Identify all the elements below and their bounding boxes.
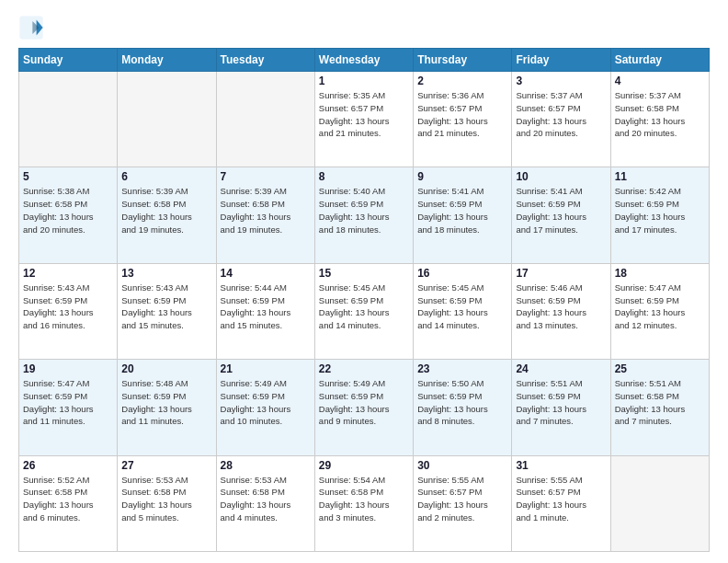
day-info: Sunrise: 5:46 AMSunset: 6:59 PMDaylight:… [516, 282, 606, 332]
weekday-header-saturday: Saturday [610, 49, 709, 72]
day-number: 15 [319, 267, 409, 280]
calendar-day-14: 14Sunrise: 5:44 AMSunset: 6:59 PMDayligh… [216, 263, 314, 359]
day-number: 16 [417, 267, 507, 280]
day-number: 19 [23, 362, 113, 375]
empty-cell [19, 72, 118, 167]
calendar-day-5: 5Sunrise: 5:38 AMSunset: 6:58 PMDaylight… [19, 167, 118, 263]
day-info: Sunrise: 5:37 AMSunset: 6:57 PMDaylight:… [516, 89, 606, 140]
day-info: Sunrise: 5:43 AMSunset: 6:59 PMDaylight:… [121, 282, 211, 332]
day-info: Sunrise: 5:53 AMSunset: 6:58 PMDaylight:… [121, 474, 211, 524]
day-number: 12 [23, 267, 113, 280]
day-number: 20 [121, 362, 211, 375]
calendar-day-4: 4Sunrise: 5:37 AMSunset: 6:58 PMDaylight… [610, 72, 709, 167]
day-number: 29 [319, 459, 409, 472]
calendar-day-17: 17Sunrise: 5:46 AMSunset: 6:59 PMDayligh… [512, 263, 610, 359]
day-number: 28 [221, 459, 311, 472]
calendar-day-29: 29Sunrise: 5:54 AMSunset: 6:58 PMDayligh… [314, 455, 413, 551]
calendar-day-8: 8Sunrise: 5:40 AMSunset: 6:59 PMDaylight… [314, 167, 413, 263]
day-info: Sunrise: 5:38 AMSunset: 6:58 PMDaylight:… [23, 185, 113, 236]
day-number: 13 [121, 267, 211, 280]
calendar-week-row: 12Sunrise: 5:43 AMSunset: 6:59 PMDayligh… [19, 263, 710, 359]
day-number: 2 [417, 75, 507, 87]
weekday-header-sunday: Sunday [19, 49, 118, 72]
day-number: 22 [319, 362, 409, 375]
calendar-day-11: 11Sunrise: 5:42 AMSunset: 6:59 PMDayligh… [610, 167, 709, 263]
calendar-day-30: 30Sunrise: 5:55 AMSunset: 6:57 PMDayligh… [414, 455, 512, 551]
empty-cell [118, 72, 216, 167]
empty-cell [610, 455, 709, 551]
calendar-day-23: 23Sunrise: 5:50 AMSunset: 6:59 PMDayligh… [414, 360, 512, 455]
weekday-header-row: SundayMondayTuesdayWednesdayThursdayFrid… [19, 49, 710, 72]
day-number: 25 [615, 362, 705, 375]
day-number: 10 [516, 170, 606, 183]
calendar-table: SundayMondayTuesdayWednesdayThursdayFrid… [18, 48, 710, 552]
day-number: 5 [23, 170, 113, 183]
calendar-day-15: 15Sunrise: 5:45 AMSunset: 6:59 PMDayligh… [314, 263, 413, 359]
day-info: Sunrise: 5:45 AMSunset: 6:59 PMDaylight:… [319, 282, 409, 332]
weekday-header-monday: Monday [118, 49, 216, 72]
calendar-day-7: 7Sunrise: 5:39 AMSunset: 6:58 PMDaylight… [216, 167, 314, 263]
day-info: Sunrise: 5:37 AMSunset: 6:58 PMDaylight:… [615, 89, 705, 140]
day-info: Sunrise: 5:52 AMSunset: 6:58 PMDaylight:… [23, 474, 113, 524]
calendar-day-13: 13Sunrise: 5:43 AMSunset: 6:59 PMDayligh… [118, 263, 216, 359]
page: SundayMondayTuesdayWednesdayThursdayFrid… [0, 0, 728, 563]
day-info: Sunrise: 5:41 AMSunset: 6:59 PMDaylight:… [516, 185, 606, 236]
calendar-week-row: 19Sunrise: 5:47 AMSunset: 6:59 PMDayligh… [19, 360, 710, 455]
day-number: 4 [615, 75, 705, 87]
calendar-day-19: 19Sunrise: 5:47 AMSunset: 6:59 PMDayligh… [19, 360, 118, 455]
calendar-day-18: 18Sunrise: 5:47 AMSunset: 6:59 PMDayligh… [610, 263, 709, 359]
logo [18, 15, 48, 40]
day-info: Sunrise: 5:55 AMSunset: 6:57 PMDaylight:… [516, 474, 606, 524]
calendar-day-25: 25Sunrise: 5:51 AMSunset: 6:58 PMDayligh… [610, 360, 709, 455]
calendar-day-24: 24Sunrise: 5:51 AMSunset: 6:59 PMDayligh… [512, 360, 610, 455]
calendar-day-6: 6Sunrise: 5:39 AMSunset: 6:58 PMDaylight… [118, 167, 216, 263]
day-number: 26 [23, 459, 113, 472]
calendar-day-21: 21Sunrise: 5:49 AMSunset: 6:59 PMDayligh… [216, 360, 314, 455]
day-number: 18 [615, 267, 705, 280]
day-info: Sunrise: 5:48 AMSunset: 6:59 PMDaylight:… [121, 377, 211, 428]
day-info: Sunrise: 5:54 AMSunset: 6:58 PMDaylight:… [319, 474, 409, 524]
day-info: Sunrise: 5:39 AMSunset: 6:58 PMDaylight:… [121, 185, 211, 236]
calendar-week-row: 26Sunrise: 5:52 AMSunset: 6:58 PMDayligh… [19, 455, 710, 551]
day-info: Sunrise: 5:49 AMSunset: 6:59 PMDaylight:… [221, 377, 311, 428]
calendar-day-1: 1Sunrise: 5:35 AMSunset: 6:57 PMDaylight… [314, 72, 413, 167]
day-number: 30 [417, 459, 507, 472]
weekday-header-tuesday: Tuesday [216, 49, 314, 72]
weekday-header-friday: Friday [512, 49, 610, 72]
day-number: 1 [319, 75, 409, 87]
empty-cell [216, 72, 314, 167]
calendar-day-9: 9Sunrise: 5:41 AMSunset: 6:59 PMDaylight… [414, 167, 512, 263]
calendar-day-20: 20Sunrise: 5:48 AMSunset: 6:59 PMDayligh… [118, 360, 216, 455]
calendar-day-31: 31Sunrise: 5:55 AMSunset: 6:57 PMDayligh… [512, 455, 610, 551]
day-number: 23 [417, 362, 507, 375]
day-info: Sunrise: 5:45 AMSunset: 6:59 PMDaylight:… [417, 282, 507, 332]
header [18, 15, 710, 40]
calendar-week-row: 1Sunrise: 5:35 AMSunset: 6:57 PMDaylight… [19, 72, 710, 167]
day-number: 7 [221, 170, 311, 183]
calendar-day-16: 16Sunrise: 5:45 AMSunset: 6:59 PMDayligh… [414, 263, 512, 359]
weekday-header-wednesday: Wednesday [314, 49, 413, 72]
day-info: Sunrise: 5:39 AMSunset: 6:58 PMDaylight:… [221, 185, 311, 236]
calendar-day-12: 12Sunrise: 5:43 AMSunset: 6:59 PMDayligh… [19, 263, 118, 359]
day-number: 3 [516, 75, 606, 87]
day-number: 31 [516, 459, 606, 472]
day-info: Sunrise: 5:35 AMSunset: 6:57 PMDaylight:… [319, 89, 409, 140]
day-info: Sunrise: 5:53 AMSunset: 6:58 PMDaylight:… [221, 474, 311, 524]
day-number: 8 [319, 170, 409, 183]
calendar-day-26: 26Sunrise: 5:52 AMSunset: 6:58 PMDayligh… [19, 455, 118, 551]
day-info: Sunrise: 5:50 AMSunset: 6:59 PMDaylight:… [417, 377, 507, 428]
calendar-day-3: 3Sunrise: 5:37 AMSunset: 6:57 PMDaylight… [512, 72, 610, 167]
day-number: 21 [221, 362, 311, 375]
day-number: 17 [516, 267, 606, 280]
calendar-day-10: 10Sunrise: 5:41 AMSunset: 6:59 PMDayligh… [512, 167, 610, 263]
day-info: Sunrise: 5:41 AMSunset: 6:59 PMDaylight:… [417, 185, 507, 236]
day-info: Sunrise: 5:49 AMSunset: 6:59 PMDaylight:… [319, 377, 409, 428]
day-info: Sunrise: 5:42 AMSunset: 6:59 PMDaylight:… [615, 185, 705, 236]
logo-icon [18, 15, 44, 40]
day-info: Sunrise: 5:51 AMSunset: 6:58 PMDaylight:… [615, 377, 705, 428]
calendar-day-27: 27Sunrise: 5:53 AMSunset: 6:58 PMDayligh… [118, 455, 216, 551]
day-info: Sunrise: 5:44 AMSunset: 6:59 PMDaylight:… [221, 282, 311, 332]
day-info: Sunrise: 5:47 AMSunset: 6:59 PMDaylight:… [23, 377, 113, 428]
day-info: Sunrise: 5:47 AMSunset: 6:59 PMDaylight:… [615, 282, 705, 332]
day-number: 27 [121, 459, 211, 472]
